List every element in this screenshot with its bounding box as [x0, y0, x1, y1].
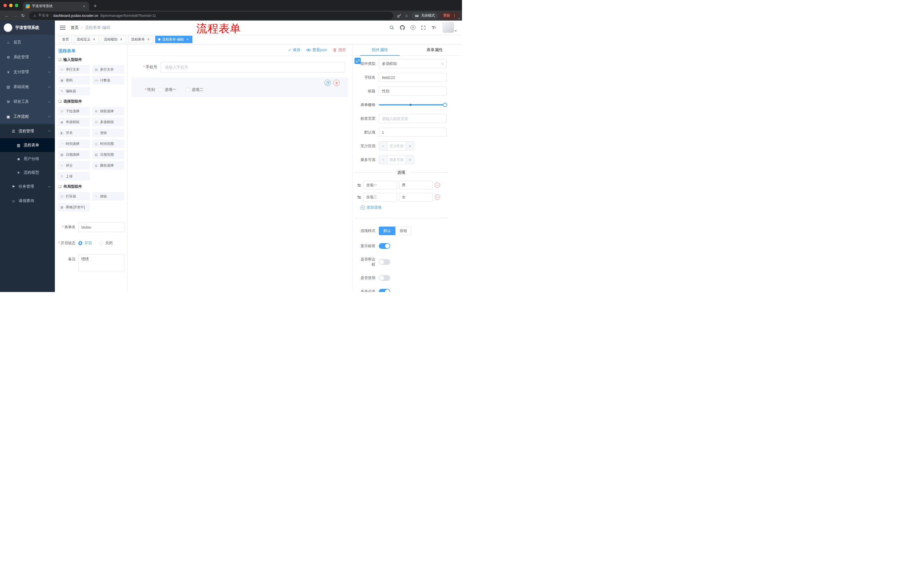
github-icon[interactable] — [399, 24, 406, 31]
sidebar-toggle-button[interactable] — [60, 26, 66, 30]
style-button-button[interactable]: 按钮 — [395, 227, 412, 235]
font-size-icon[interactable]: TT — [430, 24, 438, 31]
remove-option-button[interactable]: − — [435, 183, 440, 188]
required-switch[interactable] — [379, 289, 390, 292]
sidebar-logo[interactable]: 芋道管理系统 — [0, 21, 55, 35]
sidebar-item-payment[interactable]: ¥ 支付管理 — [0, 64, 55, 79]
component-chip-switch[interactable]: ◧ 开关 — [58, 128, 90, 137]
component-chip-date-range[interactable]: ▧ 日期范围 — [92, 150, 124, 159]
component-chip-color-picker[interactable]: ◍ 颜色选择 — [92, 161, 124, 170]
status-radio-off[interactable]: 关闭 — [99, 240, 113, 246]
remove-option-button[interactable]: − — [435, 194, 440, 200]
sidebar-item-infrastructure[interactable]: ▤ 基础设施 — [0, 79, 55, 94]
window-zoom-button[interactable] — [15, 4, 18, 7]
component-chip-single-text[interactable]: ▭ 单行文本 — [58, 65, 90, 74]
sidebar-item-system[interactable]: ⚙ 系统管理 — [0, 50, 55, 64]
field-name-input[interactable] — [379, 73, 447, 82]
sidebar-item-user-group[interactable]: ☻ 用户分组 — [0, 152, 55, 166]
tag-home[interactable]: 首页 — [59, 36, 72, 43]
search-icon[interactable] — [388, 24, 395, 31]
component-chip-rate[interactable]: ☆ 评分 — [58, 161, 90, 170]
component-chip-counter[interactable]: 123 计数器 — [92, 76, 124, 85]
address-bar[interactable]: ⚠ 不安全 dashboard.yudao.iocoder.cn /bpm/ma… — [29, 12, 393, 20]
border-switch[interactable] — [379, 259, 390, 265]
fullscreen-icon[interactable] — [420, 24, 427, 31]
component-chip-select[interactable]: ⊙ 下拉选择 — [58, 107, 90, 115]
tag-close-icon[interactable]: × — [186, 38, 190, 41]
canvas-field-gender-selected[interactable]: *性别 选项一 选项二 — [132, 77, 348, 97]
tag-process-model[interactable]: 流程模型 × — [101, 36, 126, 43]
add-option-button[interactable]: + 添加选项 — [361, 205, 381, 210]
copy-field-button[interactable] — [325, 80, 331, 86]
browser-tab[interactable]: 芋道管理系统 × — [23, 2, 89, 11]
component-chip-table[interactable]: ▦ 表格[开发中] — [58, 203, 90, 211]
option-value-input[interactable] — [399, 181, 433, 189]
tab-form-props[interactable]: 表单属性 — [408, 44, 462, 56]
min-select-input[interactable] — [388, 142, 406, 150]
sidebar-item-workflow[interactable]: ▣ 工作流程 — [0, 109, 55, 124]
drag-handle-icon[interactable] — [357, 195, 361, 199]
status-radio-on[interactable]: 开启 — [78, 240, 92, 246]
component-chip-cascader[interactable]: ⊞ 级联选择 — [92, 107, 124, 115]
bookmark-star-icon[interactable]: ☆ — [403, 13, 410, 18]
tab-close-icon[interactable]: × — [82, 4, 86, 8]
component-chip-row-container[interactable]: ◫ 行容器 — [58, 192, 90, 201]
component-chip-date-picker[interactable]: ▦ 日期选择 — [58, 150, 90, 159]
style-default-button[interactable]: 默认 — [379, 227, 395, 235]
stepper-plus-button[interactable]: + — [406, 155, 414, 164]
tag-close-icon[interactable]: × — [92, 38, 96, 41]
sidebar-item-process-management[interactable]: ☰ 流程管理 — [0, 124, 55, 138]
tag-process-form-edit[interactable]: 流程表单-编辑 × — [155, 36, 192, 43]
component-chip-time-range[interactable]: ◷ 时间范围 — [92, 140, 124, 148]
security-warning-icon[interactable]: ⚠ — [33, 14, 36, 18]
slider-track[interactable] — [379, 104, 447, 105]
title-input[interactable] — [379, 87, 447, 96]
component-chip-checkbox-group[interactable]: ☑ 多选框组 — [92, 118, 124, 126]
canvas-field-phone[interactable]: *手机号 — [132, 59, 348, 75]
disabled-switch[interactable] — [379, 275, 390, 281]
max-select-input[interactable] — [388, 155, 406, 164]
remark-textarea[interactable]: 嘿嘿 — [78, 254, 124, 272]
component-chip-textarea[interactable]: ▤ 多行文本 — [92, 65, 124, 74]
stepper-minus-button[interactable]: − — [379, 142, 388, 150]
link-icon[interactable] — [355, 58, 361, 64]
new-tab-button[interactable]: + — [91, 3, 99, 9]
sidebar-item-home[interactable]: ⌂ 首页 — [0, 35, 55, 50]
forward-button[interactable]: → — [11, 13, 19, 18]
tag-close-icon[interactable]: × — [146, 38, 150, 41]
drag-handle-icon[interactable] — [357, 183, 361, 188]
checkbox-option-1[interactable]: 选项一 — [158, 87, 177, 92]
sidebar-item-task-management[interactable]: ⚑ 任务管理 — [0, 179, 55, 194]
checkbox-option-2[interactable]: 选项二 — [186, 87, 203, 92]
component-chip-button[interactable]: ☞ 按钮 — [92, 192, 124, 201]
label-width-input[interactable] — [379, 114, 447, 123]
component-chip-editor[interactable]: ✎ 编辑器 — [58, 87, 90, 95]
sidebar-item-devtools[interactable]: ⚒ 研发工具 — [0, 94, 55, 109]
sidebar-item-process-model[interactable]: ✈ 流程模型 — [0, 166, 55, 179]
back-button[interactable]: ← — [3, 13, 11, 18]
component-chip-password[interactable]: ▣ 密码 — [58, 76, 90, 85]
stepper-plus-button[interactable]: + — [406, 142, 414, 150]
tag-process-form[interactable]: 流程表单 × — [128, 36, 153, 43]
tag-close-icon[interactable]: × — [119, 38, 123, 41]
phone-input[interactable] — [161, 62, 345, 72]
tab-component-props[interactable]: 组件属性 — [353, 44, 408, 56]
sidebar-item-process-form[interactable]: ▥ 流程表单 — [0, 138, 55, 152]
window-close-button[interactable] — [3, 4, 7, 7]
show-label-switch[interactable] — [379, 243, 390, 249]
browser-menu-icon[interactable]: ⋮ — [452, 13, 456, 18]
grid-slider[interactable] — [379, 100, 447, 109]
view-json-button[interactable]: 查看json — [306, 48, 327, 53]
option-label-input[interactable] — [363, 181, 397, 189]
tag-process-definition[interactable]: 流程定义 × — [74, 36, 99, 43]
option-value-input[interactable] — [399, 193, 433, 201]
window-minimize-button[interactable] — [9, 4, 13, 7]
stepper-minus-button[interactable]: − — [379, 155, 388, 164]
form-name-input[interactable] — [78, 222, 124, 232]
component-chip-radio-group[interactable]: ◉ 单选框组 — [58, 118, 90, 126]
component-chip-time-picker[interactable]: ◔ 时间选择 — [58, 140, 90, 148]
sidebar-item-leave-query[interactable]: ☺ 请假查询 — [0, 194, 55, 208]
update-button[interactable]: 更新 ⋮ — [440, 12, 459, 20]
default-value-input[interactable] — [379, 128, 447, 137]
slider-handle[interactable] — [443, 103, 447, 107]
